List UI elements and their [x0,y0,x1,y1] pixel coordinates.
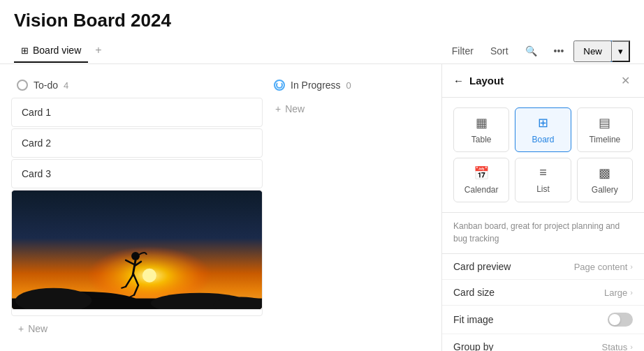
group-by-value: Status › [601,342,633,352]
inprogress-title: In Progress [291,80,341,91]
group-by-label: Group by [453,341,494,351]
add-tab-button[interactable]: + [91,38,105,64]
todo-title: To-do [34,80,58,91]
setting-group-by[interactable]: Group by Status › [442,334,644,351]
new-button-main[interactable]: New [573,40,612,62]
inprogress-count: 0 [346,80,351,91]
filter-button[interactable]: Filter [445,42,481,60]
card-size-chevron: › [630,288,633,297]
panel-header: ← Layout ✕ [442,64,644,98]
sort-button[interactable]: Sort [483,42,515,60]
filter-label: Filter [452,45,474,57]
list-icon: ≡ [539,165,547,180]
fit-image-toggle[interactable] [608,313,633,327]
card-run-daily-footer: 📄 Run Daily [12,309,262,316]
setting-card-size[interactable]: Card size Large › [442,280,644,306]
layout-option-table[interactable]: ▦ Table [453,107,509,152]
card-size-value: Large › [604,287,633,298]
card-2-title: Card 2 [22,137,51,149]
card-3-title: Card 3 [22,168,51,179]
todo-status-icon [17,80,28,91]
group-by-chevron: › [630,343,633,351]
new-button-group: New ▾ [573,40,630,62]
board-area: To-do 4 Card 1 Card 2 Card 3 [0,64,441,351]
inprogress-add-plus-icon: + [275,103,281,114]
calendar-icon: 📅 [474,165,489,181]
card-preview-value: Page content › [574,262,633,272]
search-button[interactable]: 🔍 [518,42,544,60]
gallery-icon: ▩ [599,165,610,181]
tabs-right: Filter Sort 🔍 ••• New ▾ [445,40,630,62]
layout-option-gallery[interactable]: ▩ Gallery [577,158,633,202]
layout-option-board[interactable]: ⊞ Board [515,107,571,152]
list-label: List [536,184,550,194]
more-button[interactable]: ••• [547,42,571,60]
panel-description: Kanban board, great for project planning… [442,213,644,254]
new-label: New [583,46,602,57]
svg-point-2 [142,269,156,283]
panel-back-button[interactable]: ← Layout [453,75,504,87]
timeline-icon: ▤ [599,115,610,130]
tabs-bar: ⊞ Board view + Filter Sort 🔍 ••• New [0,38,644,64]
more-icon: ••• [554,45,564,57]
table-icon: ▦ [476,115,488,130]
tab-board-view[interactable]: ⊞ Board view [14,39,88,63]
main-content: To-do 4 Card 1 Card 2 Card 3 [0,64,644,351]
back-icon: ← [453,75,464,87]
card-size-text: Large [604,287,627,298]
card-1[interactable]: Card 1 [11,98,263,127]
board-icon: ⊞ [538,115,548,130]
todo-count: 4 [64,80,68,91]
run-daily-text: Run Daily [38,315,80,316]
page-title: Vision Board 2024 [14,10,630,31]
gallery-label: Gallery [592,185,618,195]
close-icon: ✕ [621,75,630,87]
chevron-down-icon: ▾ [618,46,623,57]
layout-option-calendar[interactable]: 📅 Calendar [453,158,509,202]
panel-title: Layout [469,75,504,87]
page: Vision Board 2024 ⊞ Board view + Filter … [0,0,644,351]
todo-add-label: New [28,323,47,334]
board-label: Board [532,135,554,144]
card-image-container [12,191,262,309]
header: Vision Board 2024 [0,0,644,38]
card-3[interactable]: Card 3 [11,159,263,188]
svg-point-8 [131,252,140,260]
column-todo: To-do 4 Card 1 Card 2 Card 3 [11,75,263,340]
card-image-run-daily[interactable]: 📄 Run Daily [11,190,263,316]
card-1-title: Card 1 [22,107,51,118]
panel-close-button[interactable]: ✕ [618,73,633,89]
layout-option-list[interactable]: ≡ List [515,158,571,202]
inprogress-add-label: New [285,103,305,114]
run-daily-icon: 📄 [22,315,34,316]
todo-add-new[interactable]: + New [11,318,263,340]
card-preview-chevron: › [630,262,633,271]
setting-fit-image[interactable]: Fit image [442,306,644,334]
column-inprogress: In Progress 0 + New [268,75,441,340]
fit-image-toggle-knob [609,314,620,325]
table-label: Table [471,135,492,144]
calendar-label: Calendar [464,185,499,195]
layout-option-timeline[interactable]: ▤ Timeline [577,107,633,152]
todo-add-plus-icon: + [18,323,24,334]
fit-image-label: Fit image [453,314,494,325]
layout-options-grid: ▦ Table ⊞ Board ▤ Timeline 📅 Calendar ≡ [442,98,644,213]
inprogress-status-icon [274,80,285,91]
card-preview-label: Card preview [453,261,511,272]
board-view-icon: ⊞ [21,45,29,56]
column-todo-header: To-do 4 [11,75,263,95]
column-inprogress-header: In Progress 0 [268,75,441,95]
inprogress-add-new[interactable]: + New [268,98,441,120]
setting-card-preview[interactable]: Card preview Page content › [442,254,644,280]
sort-label: Sort [490,45,508,57]
layout-panel: ← Layout ✕ ▦ Table ⊞ Board ▤ [441,64,644,351]
card-2[interactable]: Card 2 [11,128,263,158]
new-button-chevron[interactable]: ▾ [612,40,630,62]
sunset-image [12,191,262,309]
card-preview-text: Page content [574,262,628,272]
group-by-text: Status [601,342,627,352]
card-size-label: Card size [453,287,495,298]
tab-board-label: Board view [33,45,81,56]
search-icon: 🔍 [525,45,537,57]
timeline-label: Timeline [589,135,620,144]
